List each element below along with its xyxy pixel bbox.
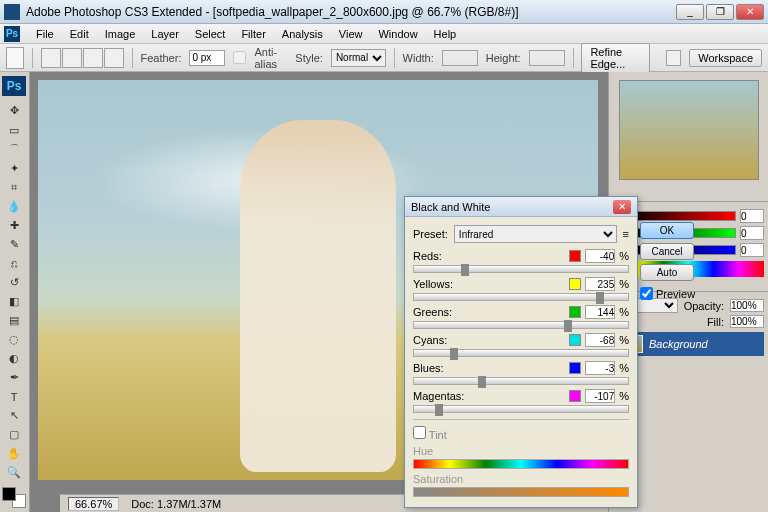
menu-layer[interactable]: Layer: [143, 26, 187, 42]
preset-menu-icon[interactable]: ≡: [623, 228, 629, 240]
app-icon: [4, 4, 20, 20]
selection-add[interactable]: [62, 48, 82, 68]
color-swatches[interactable]: [2, 487, 26, 507]
height-label: Height:: [486, 52, 521, 64]
ok-button[interactable]: OK: [640, 222, 694, 239]
auto-button[interactable]: Auto: [640, 264, 694, 281]
selection-intersect[interactable]: [104, 48, 124, 68]
channel-0-label: Reds:: [413, 250, 565, 262]
crop-tool[interactable]: ⌗: [2, 179, 26, 196]
channel-2-slider[interactable]: [413, 321, 629, 329]
channel-0-slider[interactable]: [413, 265, 629, 273]
channel-3-slider[interactable]: [413, 349, 629, 357]
channel-1-input[interactable]: [585, 277, 615, 291]
menu-edit[interactable]: Edit: [62, 26, 97, 42]
doc-size: Doc: 1.37M/1.37M: [131, 498, 221, 510]
dialog-titlebar[interactable]: Black and White ✕: [405, 197, 637, 217]
g-input[interactable]: [740, 226, 764, 240]
navigator-panel: [609, 72, 768, 202]
antialias-checkbox: [233, 51, 246, 64]
channel-4-swatch: [569, 362, 581, 374]
tool-preset-picker[interactable]: [6, 47, 24, 69]
feather-input[interactable]: [189, 50, 225, 66]
stamp-tool[interactable]: ⎌: [2, 255, 26, 272]
preset-select[interactable]: Infrared: [454, 225, 617, 243]
style-select[interactable]: Normal: [331, 49, 386, 67]
antialias-label: Anti-alias: [254, 46, 287, 70]
zoom-tool[interactable]: 🔍: [2, 464, 26, 481]
channel-1-label: Yellows:: [413, 278, 565, 290]
channel-3-swatch: [569, 334, 581, 346]
menu-file[interactable]: File: [28, 26, 62, 42]
menu-view[interactable]: View: [331, 26, 371, 42]
channel-4-input[interactable]: [585, 361, 615, 375]
menu-bar: Ps File Edit Image Layer Select Filter A…: [0, 24, 768, 44]
zoom-level[interactable]: 66.67%: [68, 497, 119, 511]
channel-2-input[interactable]: [585, 305, 615, 319]
channel-4-slider[interactable]: [413, 377, 629, 385]
marquee-tool[interactable]: ▭: [2, 122, 26, 139]
pct-label: %: [619, 278, 629, 290]
preview-label: Preview: [656, 288, 695, 300]
maximize-button[interactable]: ❐: [706, 4, 734, 20]
workspace-icon[interactable]: [666, 50, 681, 66]
menu-filter[interactable]: Filter: [233, 26, 273, 42]
blur-tool[interactable]: ◌: [2, 331, 26, 348]
type-tool[interactable]: T: [2, 388, 26, 405]
image-content: [240, 120, 397, 472]
channel-0-swatch: [569, 250, 581, 262]
width-label: Width:: [403, 52, 434, 64]
minimize-button[interactable]: _: [676, 4, 704, 20]
eraser-tool[interactable]: ◧: [2, 293, 26, 310]
fill-input[interactable]: [730, 315, 764, 328]
feather-label: Feather:: [140, 52, 181, 64]
tint-checkbox[interactable]: [413, 426, 426, 439]
opacity-input[interactable]: [730, 299, 764, 312]
pct-label: %: [619, 362, 629, 374]
black-white-dialog: Black and White ✕ Preset: Infrared ≡ Red…: [404, 196, 638, 508]
workspace-button[interactable]: Workspace: [689, 49, 762, 67]
channel-5-slider[interactable]: [413, 405, 629, 413]
shape-tool[interactable]: ▢: [2, 426, 26, 443]
window-titlebar: Adobe Photoshop CS3 Extended - [softpedi…: [0, 0, 768, 24]
dodge-tool[interactable]: ◐: [2, 350, 26, 367]
preset-label: Preset:: [413, 228, 448, 240]
dialog-close-icon[interactable]: ✕: [613, 200, 631, 214]
channel-0-input[interactable]: [585, 249, 615, 263]
navigator-thumbnail[interactable]: [619, 80, 759, 180]
tint-label: Tint: [429, 429, 447, 441]
history-brush-tool[interactable]: ↺: [2, 274, 26, 291]
channel-5-input[interactable]: [585, 389, 615, 403]
selection-subtract[interactable]: [83, 48, 103, 68]
eyedropper-tool[interactable]: 💧: [2, 198, 26, 215]
fill-label: Fill:: [707, 316, 724, 328]
menu-image[interactable]: Image: [97, 26, 144, 42]
path-tool[interactable]: ↖: [2, 407, 26, 424]
r-input[interactable]: [740, 209, 764, 223]
brush-tool[interactable]: ✎: [2, 236, 26, 253]
pct-label: %: [619, 390, 629, 402]
preview-checkbox[interactable]: [640, 287, 653, 300]
channel-3-label: Cyans:: [413, 334, 565, 346]
selection-new[interactable]: [41, 48, 61, 68]
lasso-tool[interactable]: ⌒: [2, 141, 26, 158]
refine-edge-button[interactable]: Refine Edge...: [581, 43, 650, 73]
cancel-button[interactable]: Cancel: [640, 243, 694, 260]
menu-window[interactable]: Window: [370, 26, 425, 42]
gradient-tool[interactable]: ▤: [2, 312, 26, 329]
channel-3-input[interactable]: [585, 333, 615, 347]
channel-1-slider[interactable]: [413, 293, 629, 301]
ps-icon[interactable]: Ps: [4, 26, 20, 42]
close-button[interactable]: ✕: [736, 4, 764, 20]
menu-help[interactable]: Help: [426, 26, 465, 42]
window-title: Adobe Photoshop CS3 Extended - [softpedi…: [26, 5, 676, 19]
healing-tool[interactable]: ✚: [2, 217, 26, 234]
move-tool[interactable]: ✥: [2, 102, 26, 119]
pen-tool[interactable]: ✒: [2, 369, 26, 386]
hand-tool[interactable]: ✋: [2, 445, 26, 462]
wand-tool[interactable]: ✦: [2, 160, 26, 177]
menu-select[interactable]: Select: [187, 26, 234, 42]
b-input[interactable]: [740, 243, 764, 257]
channel-1-swatch: [569, 278, 581, 290]
menu-analysis[interactable]: Analysis: [274, 26, 331, 42]
